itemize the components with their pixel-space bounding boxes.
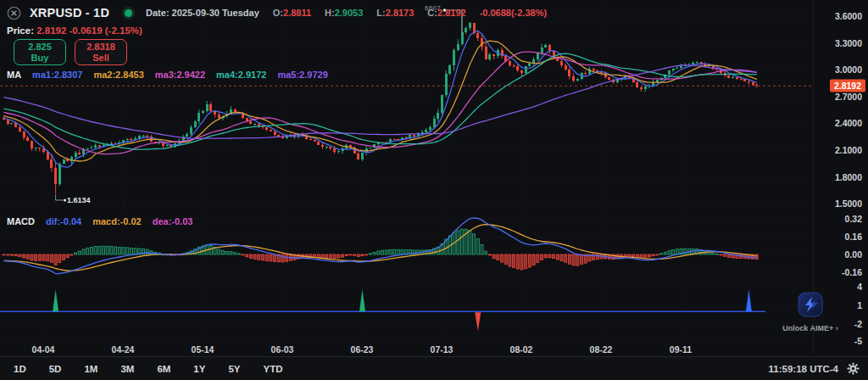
price-tick: 1.8000 xyxy=(835,172,862,182)
price-row: Price: 2.8192 -0.0619 (-2.15%) xyxy=(7,25,142,36)
ma-legend: MA ma1:2.8307 ma2:2.8453 ma3:2.9422 ma4:… xyxy=(7,70,328,80)
timeframe-5y[interactable]: 5Y xyxy=(228,364,240,374)
current-price-badge: 2.8192 xyxy=(830,80,865,92)
ma5-value: ma5:2.9729 xyxy=(277,70,327,80)
x-axis-date: 06-23 xyxy=(351,344,374,355)
x-axis-date: 08-02 xyxy=(510,344,533,355)
price-tick: 2.7000 xyxy=(835,92,862,102)
trade-buttons: 2.825Buy 2.8318Sell xyxy=(14,39,127,65)
price-tick: 3.3000 xyxy=(835,38,862,48)
ohlc-open: O:2.8811 xyxy=(273,8,311,18)
x-axis-date: 09-11 xyxy=(670,344,692,355)
timeframe-1d[interactable]: 1D xyxy=(14,364,26,374)
x-axis-date: 07-13 xyxy=(431,344,453,355)
x-axis-date: 04-04 xyxy=(32,344,55,355)
timeframe-5d[interactable]: 5D xyxy=(49,364,62,374)
price-tick: 2.4000 xyxy=(835,118,862,128)
ohlc-change: -0.0688(-2.38%) xyxy=(480,8,548,18)
buy-button[interactable]: 2.825Buy xyxy=(14,39,66,65)
gear-icon[interactable] xyxy=(847,362,860,375)
signal-tick: 4 xyxy=(857,282,862,292)
timeframe-3m[interactable]: 3M xyxy=(120,364,134,374)
ma2-value: ma2:2.8453 xyxy=(93,70,143,80)
clock: 11:59:18 UTC-4 xyxy=(769,364,838,374)
chart-header: XRPUSD - 1D Date: 2025-09-30 Tuesday O:2… xyxy=(7,5,547,20)
signal-tick: -5 xyxy=(854,336,862,346)
macd-tick: -0.16 xyxy=(842,267,862,277)
x-axis-date: 08-22 xyxy=(590,344,613,355)
x-axis-date: 04-24 xyxy=(112,344,135,355)
ma4-value: ma4:2.9172 xyxy=(216,70,266,80)
close-icon[interactable] xyxy=(7,6,21,20)
symbol-title: XRPUSD - 1D xyxy=(30,6,109,20)
price-value: 2.8192 -0.0619 (-2.15%) xyxy=(36,25,142,36)
trading-app: XRPUSD - 1D Date: 2025-09-30 Tuesday O:2… xyxy=(0,0,868,380)
candlestick-chart[interactable] xyxy=(0,0,868,355)
price-tick: 2.1000 xyxy=(835,145,862,155)
sell-button[interactable]: 2.8318Sell xyxy=(75,39,127,65)
unlock-aime-button[interactable]: Unlock AIME+ › xyxy=(781,292,840,332)
bottom-toolbar: 1D 5D 1M 3M 6M 1Y 5Y YTD 11:59:18 UTC-4 xyxy=(0,356,868,380)
dea-value: dea:-0.03 xyxy=(153,216,193,226)
signal-tick: -2 xyxy=(854,319,862,329)
ohlc-low: L:2.8173 xyxy=(376,8,414,18)
live-status-dot xyxy=(125,9,132,17)
ma3-value: ma3:2.9422 xyxy=(155,70,205,80)
macd-tick: 0.16 xyxy=(845,232,862,242)
date-text: Date: 2025-09-30 Tuesday xyxy=(146,8,259,18)
timeframe-1m[interactable]: 1M xyxy=(84,364,97,374)
x-axis-date: 06-03 xyxy=(271,344,294,355)
price-tick: 1.5000 xyxy=(835,198,862,209)
ma1-value: ma1:2.8307 xyxy=(32,70,82,80)
macd-legend: MACD dif:-0.04 macd:-0.02 dea:-0.03 xyxy=(7,216,192,226)
signal-tick: 1 xyxy=(857,300,862,310)
macd-tick: 0.32 xyxy=(845,214,862,224)
price-tick: 3.6000 xyxy=(835,11,862,21)
timeframe-group: 1D 5D 1M 3M 6M 1Y 5Y YTD xyxy=(14,364,283,374)
ohlc-high: H:2.9053 xyxy=(325,8,363,18)
timeframe-6m[interactable]: 6M xyxy=(157,364,170,374)
macd-value: macd:-0.02 xyxy=(92,216,141,226)
timeframe-1y[interactable]: 1Y xyxy=(193,364,205,374)
aime-icon xyxy=(798,292,823,317)
high-price-annotation: 6607 xyxy=(425,4,441,12)
low-price-annotation: 1.6134 xyxy=(67,196,91,204)
dif-value: dif:-0.04 xyxy=(46,216,81,226)
x-axis-date: 05-14 xyxy=(192,344,214,355)
timeframe-ytd[interactable]: YTD xyxy=(264,364,283,374)
price-tick: 3.0000 xyxy=(835,64,862,75)
macd-tick: 0.00 xyxy=(845,249,862,260)
